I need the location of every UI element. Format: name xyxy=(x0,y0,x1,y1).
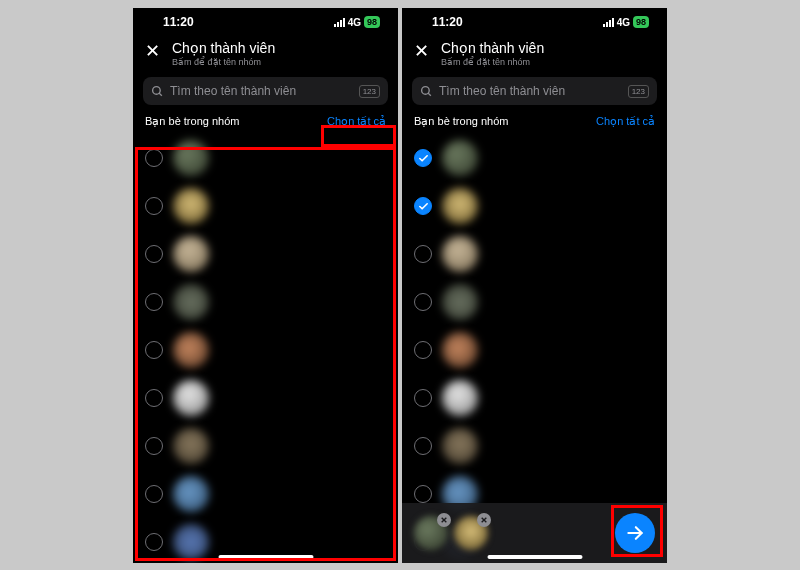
network-label: 4G xyxy=(617,17,630,28)
title-block: Chọn thành viên Bấm để đặt tên nhóm xyxy=(172,40,275,67)
member-avatar xyxy=(442,332,478,368)
status-time: 11:20 xyxy=(163,15,194,29)
member-checkbox[interactable] xyxy=(145,341,163,359)
title-block: Chọn thành viên Bấm để đặt tên nhóm xyxy=(441,40,544,67)
member-row[interactable] xyxy=(402,422,667,470)
page-subtitle[interactable]: Bấm để đặt tên nhóm xyxy=(441,57,544,67)
member-avatar xyxy=(173,188,209,224)
close-icon[interactable]: ✕ xyxy=(145,40,160,60)
member-checkbox[interactable] xyxy=(145,293,163,311)
member-checkbox[interactable] xyxy=(145,245,163,263)
remove-icon[interactable] xyxy=(437,513,451,527)
member-checkbox[interactable] xyxy=(414,485,432,503)
home-indicator[interactable] xyxy=(218,555,313,559)
member-row[interactable] xyxy=(133,182,398,230)
tray-avatar[interactable] xyxy=(414,516,448,550)
member-avatar xyxy=(173,332,209,368)
status-right: 4G 98 xyxy=(334,16,380,28)
member-avatar xyxy=(442,284,478,320)
member-row[interactable] xyxy=(402,230,667,278)
member-row[interactable] xyxy=(402,374,667,422)
search-input[interactable]: Tìm theo tên thành viên 123 xyxy=(412,77,657,105)
search-placeholder: Tìm theo tên thành viên xyxy=(439,84,622,98)
section-header: Bạn bè trong nhóm Chọn tất cả xyxy=(133,109,398,132)
next-button[interactable] xyxy=(615,513,655,553)
search-icon xyxy=(420,85,433,98)
search-input[interactable]: Tìm theo tên thành viên 123 xyxy=(143,77,388,105)
member-row[interactable] xyxy=(133,230,398,278)
remove-icon[interactable] xyxy=(477,513,491,527)
member-avatar xyxy=(442,428,478,464)
member-checkbox[interactable] xyxy=(145,389,163,407)
select-all-button[interactable]: Chọn tất cả xyxy=(596,115,655,128)
svg-point-0 xyxy=(153,86,161,94)
member-avatar xyxy=(442,188,478,224)
page-title: Chọn thành viên xyxy=(441,40,544,56)
keyboard-hint-icon: 123 xyxy=(359,85,380,98)
member-row[interactable] xyxy=(133,326,398,374)
home-indicator[interactable] xyxy=(487,555,582,559)
member-checkbox[interactable] xyxy=(414,389,432,407)
member-avatar xyxy=(173,428,209,464)
nav-header: ✕ Chọn thành viên Bấm để đặt tên nhóm xyxy=(133,36,398,73)
keyboard-hint-icon: 123 xyxy=(628,85,649,98)
member-avatar xyxy=(173,524,209,560)
status-time: 11:20 xyxy=(432,15,463,29)
member-checkbox[interactable] xyxy=(414,293,432,311)
phone-screen-left: 11:20 4G 98 ✕ Chọn thành viên Bấm để đặt… xyxy=(133,8,398,563)
member-avatar xyxy=(173,284,209,320)
member-avatar xyxy=(173,140,209,176)
member-checkbox[interactable] xyxy=(145,485,163,503)
section-header: Bạn bè trong nhóm Chọn tất cả xyxy=(402,109,667,132)
member-row[interactable] xyxy=(402,326,667,374)
member-checkbox[interactable] xyxy=(145,533,163,551)
section-title: Bạn bè trong nhóm xyxy=(414,115,508,128)
arrow-right-icon xyxy=(625,523,645,543)
svg-point-2 xyxy=(422,86,430,94)
battery-badge: 98 xyxy=(633,16,649,28)
member-avatar xyxy=(442,380,478,416)
battery-badge: 98 xyxy=(364,16,380,28)
tray-avatar[interactable] xyxy=(454,516,488,550)
member-checkbox[interactable] xyxy=(145,197,163,215)
member-row[interactable] xyxy=(133,470,398,518)
network-label: 4G xyxy=(348,17,361,28)
member-checkbox[interactable] xyxy=(414,437,432,455)
search-placeholder: Tìm theo tên thành viên xyxy=(170,84,353,98)
member-avatar xyxy=(442,140,478,176)
search-icon xyxy=(151,85,164,98)
page-subtitle[interactable]: Bấm để đặt tên nhóm xyxy=(172,57,275,67)
selected-tray xyxy=(402,503,667,563)
signal-icon xyxy=(334,18,345,27)
member-row[interactable] xyxy=(133,422,398,470)
member-avatar xyxy=(442,236,478,272)
member-row[interactable] xyxy=(133,374,398,422)
member-avatar xyxy=(173,236,209,272)
status-bar: 11:20 4G 98 xyxy=(133,8,398,36)
phone-screen-right: 11:20 4G 98 ✕ Chọn thành viên Bấm để đặt… xyxy=(402,8,667,563)
member-list-left[interactable] xyxy=(133,132,398,563)
page-title: Chọn thành viên xyxy=(172,40,275,56)
member-checkbox[interactable] xyxy=(414,245,432,263)
member-avatar xyxy=(173,476,209,512)
member-row[interactable] xyxy=(133,134,398,182)
nav-header: ✕ Chọn thành viên Bấm để đặt tên nhóm xyxy=(402,36,667,73)
member-row[interactable] xyxy=(133,278,398,326)
member-checkbox[interactable] xyxy=(145,437,163,455)
member-checkbox[interactable] xyxy=(414,197,432,215)
member-row[interactable] xyxy=(402,182,667,230)
member-checkbox[interactable] xyxy=(145,149,163,167)
member-avatar xyxy=(173,380,209,416)
member-row[interactable] xyxy=(402,278,667,326)
member-checkbox[interactable] xyxy=(414,341,432,359)
member-list-right[interactable] xyxy=(402,132,667,563)
signal-icon xyxy=(603,18,614,27)
status-bar: 11:20 4G 98 xyxy=(402,8,667,36)
member-checkbox[interactable] xyxy=(414,149,432,167)
section-title: Bạn bè trong nhóm xyxy=(145,115,239,128)
svg-line-3 xyxy=(428,93,431,96)
select-all-button[interactable]: Chọn tất cả xyxy=(327,115,386,128)
member-row[interactable] xyxy=(402,134,667,182)
close-icon[interactable]: ✕ xyxy=(414,40,429,60)
status-right: 4G 98 xyxy=(603,16,649,28)
